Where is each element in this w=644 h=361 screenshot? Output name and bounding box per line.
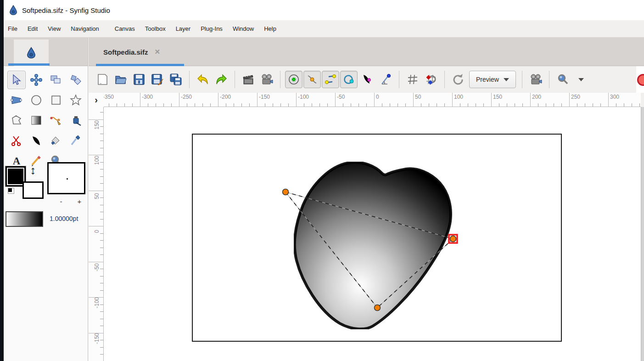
toggle-position-handles-button[interactable] <box>285 71 302 88</box>
toggle-snap-grid-button[interactable] <box>422 71 440 88</box>
menu-view[interactable]: View <box>43 23 66 35</box>
preview-dropdown-button[interactable]: Preview <box>469 71 516 88</box>
ruler-tick <box>460 103 460 107</box>
toggle-grid-button[interactable] <box>404 71 421 88</box>
menu-navigation[interactable]: Navigation <box>66 23 104 35</box>
vertex-handle-1[interactable] <box>283 189 289 195</box>
swap-colors-icon[interactable]: ⤡ <box>28 167 38 176</box>
new-file-button[interactable] <box>94 71 111 88</box>
fill-color-swatch[interactable] <box>22 181 44 199</box>
vertical-scrollbar[interactable] <box>641 107 644 361</box>
ruler-tick <box>413 93 414 107</box>
ruler-tick <box>100 283 103 283</box>
ruler-tick <box>100 311 103 312</box>
ruler-tick <box>100 183 103 184</box>
toggle-vertex-handles-button[interactable] <box>303 71 321 88</box>
ruler-tick <box>483 103 484 107</box>
undo-button[interactable] <box>194 71 212 88</box>
fill-tool-button[interactable] <box>47 131 65 150</box>
menu-help[interactable]: Help <box>259 23 281 35</box>
ruler-tick <box>187 103 187 107</box>
decrease-brush-button[interactable]: - <box>56 197 66 205</box>
redo-icon <box>215 73 228 86</box>
star-tool-icon <box>70 94 82 106</box>
open-file-button[interactable] <box>112 71 129 88</box>
ruler-tick <box>616 103 616 107</box>
rotate-tool-button[interactable] <box>67 71 85 89</box>
rectangle-tool-button[interactable] <box>47 91 65 109</box>
reset-colors-icon[interactable] <box>8 188 14 193</box>
menu-edit[interactable]: Edit <box>22 23 43 35</box>
brush-dot <box>67 178 68 180</box>
v-ruler-label: 0 <box>94 224 100 239</box>
scale-tool-button[interactable] <box>7 91 26 109</box>
toolbox-tab[interactable] <box>14 39 49 66</box>
screen-edge-strip <box>0 0 4 361</box>
gradient-tool-button[interactable] <box>27 111 45 130</box>
h-ruler-label: 300 <box>610 94 619 100</box>
toggle-width-handles-button[interactable] <box>358 71 376 88</box>
star-tool-button[interactable] <box>67 91 85 109</box>
transform-tool-button[interactable] <box>7 71 26 89</box>
vertex-handle-2[interactable] <box>450 236 456 242</box>
record-button[interactable] <box>637 74 644 86</box>
zoom-dropdown-button[interactable] <box>572 71 590 88</box>
circle-tool-button[interactable] <box>27 91 45 109</box>
ruler-tick <box>296 93 297 107</box>
ruler-tick <box>639 103 640 107</box>
brush-preview[interactable] <box>47 162 85 194</box>
toggle-angle-handles-button[interactable] <box>377 71 394 88</box>
mirror-tool-button[interactable] <box>47 71 65 89</box>
ruler-tick <box>171 103 172 107</box>
preview-film-camera-button[interactable] <box>258 71 275 88</box>
ruler-corner-toggle[interactable]: › <box>89 93 104 107</box>
render-clapperboard-button[interactable] <box>240 71 257 88</box>
horizontal-ruler: -350-300-250-200-150-100-500501001502002… <box>104 93 641 107</box>
toggle-snap-grid-icon <box>425 73 437 86</box>
redo-button[interactable] <box>213 71 230 88</box>
zoom-fit-button[interactable] <box>554 71 571 88</box>
ruler-tick <box>600 103 601 107</box>
save-all-button[interactable] <box>167 71 185 88</box>
ruler-tick <box>148 103 148 107</box>
rectangle-tool-icon <box>50 94 62 106</box>
ruler-tick <box>608 93 609 107</box>
tab-close-icon[interactable]: ✕ <box>155 48 161 56</box>
synfig-app-icon <box>9 5 17 15</box>
refresh-canvas-icon <box>452 73 465 86</box>
menu-file[interactable]: File <box>3 23 22 35</box>
cutout-tool-button[interactable] <box>7 131 26 150</box>
ruler-tick <box>530 93 531 107</box>
refresh-canvas-button[interactable] <box>449 71 467 88</box>
vertex-handle-3[interactable] <box>375 305 381 311</box>
toggle-vertex-handles-icon <box>306 73 319 86</box>
toggle-tangent-handles-button[interactable] <box>322 71 339 88</box>
window-title: Softpedia.sifz - Synfig Studio <box>22 6 110 14</box>
ruler-tick <box>100 126 103 127</box>
menu-window[interactable]: Window <box>228 23 259 35</box>
h-ruler-label: -100 <box>298 94 309 100</box>
toolbar-separator <box>522 71 522 88</box>
width-tool-button[interactable] <box>27 131 45 150</box>
menu-toolbox[interactable]: Toolbox <box>140 23 171 35</box>
canvas-tab[interactable]: Softpedia.sifz ✕ <box>97 38 167 66</box>
ruler-tick <box>382 103 382 107</box>
title-bar: Softpedia.sifz - Synfig Studio <box>0 0 644 20</box>
canvas-workspace[interactable] <box>104 107 641 361</box>
polygon-tool-icon <box>11 114 22 126</box>
gradient-tool-icon <box>30 114 42 126</box>
menu-layer[interactable]: Layer <box>171 23 196 35</box>
save-as-button[interactable] <box>149 71 166 88</box>
menu-canvas[interactable]: Canvas <box>110 23 140 35</box>
save-file-button[interactable] <box>130 71 148 88</box>
render-camera-button[interactable] <box>527 71 544 88</box>
spline-tool-button[interactable] <box>47 111 65 130</box>
menu-plugins[interactable]: Plug-Ins <box>196 23 228 35</box>
polygon-tool-button[interactable] <box>7 111 26 130</box>
default-gradient-swatch[interactable] <box>6 211 43 227</box>
smooth-move-tool-button[interactable] <box>27 71 45 89</box>
increase-brush-button[interactable]: + <box>75 197 84 205</box>
draw-tool-button[interactable] <box>67 111 85 130</box>
eyedrop-tool-button[interactable] <box>67 131 85 150</box>
toggle-radius-handles-button[interactable] <box>340 71 358 88</box>
